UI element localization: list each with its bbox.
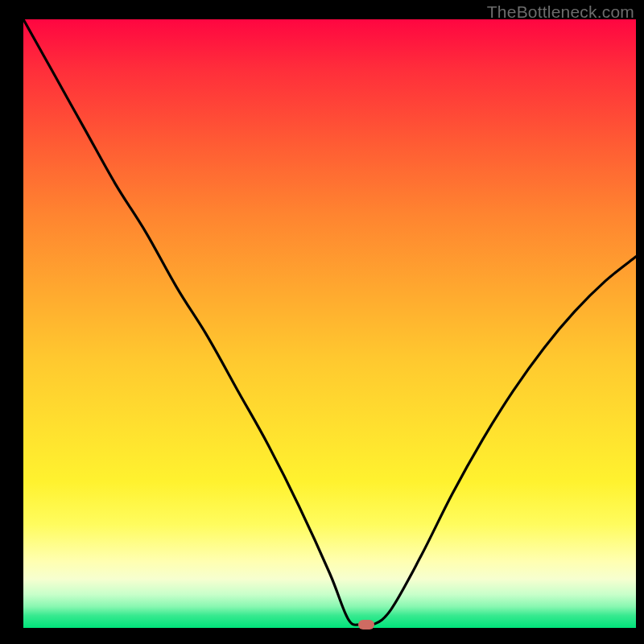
- bottleneck-curve: [23, 19, 636, 628]
- watermark-text: TheBottleneck.com: [487, 2, 634, 22]
- plot-area: [23, 19, 636, 628]
- chart-frame: TheBottleneck.com: [0, 0, 644, 644]
- optimal-point-marker: [358, 620, 374, 630]
